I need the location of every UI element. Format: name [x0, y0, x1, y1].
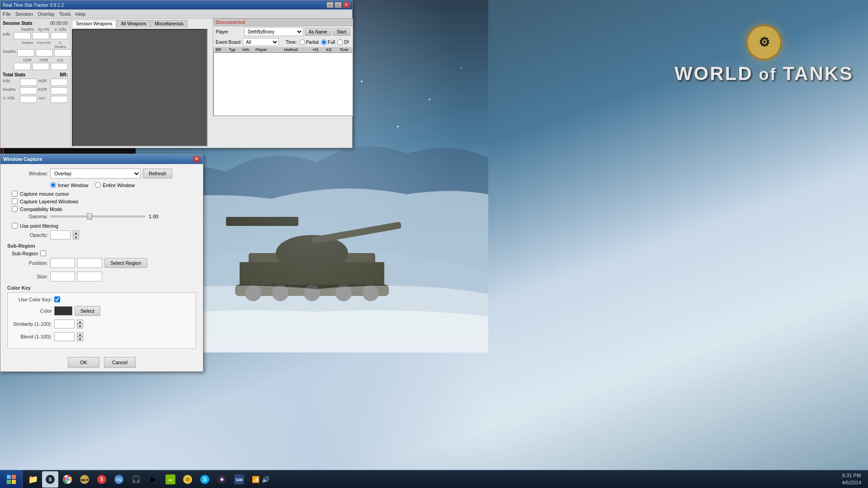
compatibility-checkbox[interactable]	[12, 206, 18, 212]
df-radio[interactable]	[337, 39, 343, 45]
taskbar-steam[interactable]: S	[42, 471, 58, 488]
capture-mouse-checkbox[interactable]	[12, 191, 18, 197]
volume-icon[interactable]: 🔊	[262, 476, 269, 483]
refresh-button[interactable]: Refresh	[143, 169, 172, 178]
menu-session[interactable]: Session	[15, 11, 33, 17]
capture-layered-checkbox[interactable]	[12, 198, 18, 204]
select-color-button[interactable]: Select	[75, 306, 100, 316]
inner-window-radio[interactable]	[50, 182, 56, 188]
menu-overlay[interactable]: Overlay	[38, 11, 55, 17]
svg-text:5: 5	[100, 476, 104, 483]
total-hsr-val[interactable]	[51, 79, 68, 86]
stat-tracker-titlebar[interactable]: Real Time Stat Tracker 0.9.1.2 ─ □ ✕	[0, 0, 352, 9]
player-label: Player	[216, 29, 243, 34]
ok-button[interactable]: OK	[68, 357, 99, 368]
menu-tools[interactable]: Tools	[59, 11, 71, 17]
maximize-button[interactable]: □	[335, 2, 342, 8]
window-dropdown[interactable]: Overlay	[50, 169, 141, 178]
window-controls: ─ □ ✕	[326, 2, 350, 8]
close-button[interactable]: ✕	[343, 2, 350, 8]
similarity-input[interactable]: 7	[54, 319, 75, 328]
svg-text:GW: GW	[236, 478, 243, 482]
tab-all-weapons[interactable]: All Weapons	[117, 20, 150, 28]
kills-hs-val[interactable]	[32, 32, 49, 39]
taskbar-app5[interactable]: 5	[94, 471, 110, 488]
full-radio[interactable]	[321, 39, 327, 45]
start-button[interactable]: Start	[333, 28, 350, 36]
deaths-fromhs-val[interactable]	[36, 49, 53, 56]
size-w-input[interactable]: 1920	[50, 272, 75, 282]
acc-val[interactable]	[51, 63, 68, 70]
stat-tracker-window: Real Time Stat Tracker 0.9.1.2 ─ □ ✕ Fil…	[0, 0, 353, 148]
blend-down[interactable]: ▼	[77, 337, 83, 341]
taskbar-game[interactable]: GW	[231, 471, 247, 488]
sim-down[interactable]: ▼	[77, 324, 83, 328]
taskbar-obs[interactable]	[214, 471, 230, 488]
sim-up[interactable]: ▲	[77, 319, 83, 324]
taskbar-media[interactable]: ▶	[145, 471, 161, 488]
taskbar-clock[interactable]: 6:31 PM 4/6/2014	[835, 472, 868, 486]
wc-close-button[interactable]: ✕	[193, 156, 200, 162]
hsr-val[interactable]	[32, 63, 49, 70]
taskbar-music[interactable]: 🎧	[128, 471, 144, 488]
use-color-key-checkbox[interactable]	[54, 296, 60, 302]
taskbar-nvidia[interactable]: nV	[162, 471, 179, 488]
blend-spinners: ▲ ▼	[77, 332, 83, 341]
total-kdr-val[interactable]	[51, 87, 68, 94]
pos-y-input[interactable]: 0	[77, 258, 102, 268]
tab-session-weapons[interactable]: Session Weapons	[72, 20, 116, 28]
as-name-button[interactable]: As Name	[305, 28, 331, 36]
taskbar-explorer[interactable]: 📁	[25, 471, 41, 488]
network-icon[interactable]: 📶	[252, 476, 259, 483]
start-button[interactable]	[0, 470, 23, 488]
entire-window-label: Entire Window	[95, 182, 135, 188]
opacity-down[interactable]: ▼	[73, 235, 79, 239]
menu-help[interactable]: Help	[75, 11, 85, 17]
total-kills-row: Kills HSR	[3, 79, 68, 86]
deaths-val[interactable]	[17, 49, 34, 56]
sub-region-checkbox[interactable]	[40, 250, 46, 256]
minimize-button[interactable]: ─	[326, 2, 334, 8]
kdr-val[interactable]	[14, 63, 31, 70]
point-filter-label: Use point filtering	[20, 223, 58, 229]
total-deaths-val[interactable]	[20, 87, 37, 94]
kdr-row	[3, 63, 68, 70]
taskbar-wot[interactable]: WoT	[76, 471, 93, 488]
taskbar-chrome[interactable]	[59, 471, 75, 488]
similarity-spinners: ▲ ▼	[77, 319, 83, 328]
blend-label: Blend (1-100):	[11, 334, 52, 339]
taskbar-ts[interactable]: TS	[111, 471, 127, 488]
partial-radio[interactable]	[299, 39, 305, 45]
total-kills-val[interactable]	[20, 79, 37, 86]
opacity-input[interactable]: 100	[50, 230, 71, 239]
tab-miscellaneous[interactable]: Miscellaneous	[151, 20, 187, 28]
total-vkills-val[interactable]	[20, 96, 37, 103]
event-board-dropdown[interactable]: All	[243, 38, 279, 46]
player-dropdown[interactable]: DethByBrony	[244, 27, 303, 36]
taskbar-skype[interactable]: S	[197, 471, 213, 488]
gamma-slider-thumb[interactable]	[87, 213, 92, 220]
opacity-up[interactable]: ▲	[73, 230, 79, 235]
point-filter-checkbox[interactable]	[12, 223, 18, 229]
use-color-key-row: Use Color Key:	[11, 296, 192, 302]
kills-label: Kills	[3, 32, 12, 39]
size-h-input[interactable]: 1080	[77, 272, 102, 282]
total-acc-label: Acc	[38, 96, 49, 103]
col-header-vdeaths: V. Deaths	[53, 41, 68, 49]
pos-x-input[interactable]: 0	[50, 258, 75, 268]
entire-window-radio[interactable]	[95, 182, 101, 188]
total-acc-val[interactable]	[51, 96, 68, 103]
menu-file[interactable]: File	[3, 11, 11, 17]
deaths-vdeaths-val[interactable]	[54, 49, 71, 56]
color-swatch[interactable]	[54, 306, 72, 315]
blend-up[interactable]: ▲	[77, 332, 83, 337]
kills-vkills-val[interactable]	[51, 32, 68, 39]
kills-val[interactable]	[14, 32, 31, 39]
svg-text:nV: nV	[168, 478, 173, 482]
gamma-row: Gamma: 1.00	[7, 214, 196, 219]
cancel-button[interactable]: Cancel	[104, 357, 136, 368]
select-region-button[interactable]: Select Region	[104, 258, 147, 268]
window-capture-titlebar[interactable]: Window Capture ✕	[0, 154, 203, 164]
taskbar-app-yellow[interactable]	[179, 471, 196, 488]
blend-input[interactable]: 1	[54, 332, 75, 341]
